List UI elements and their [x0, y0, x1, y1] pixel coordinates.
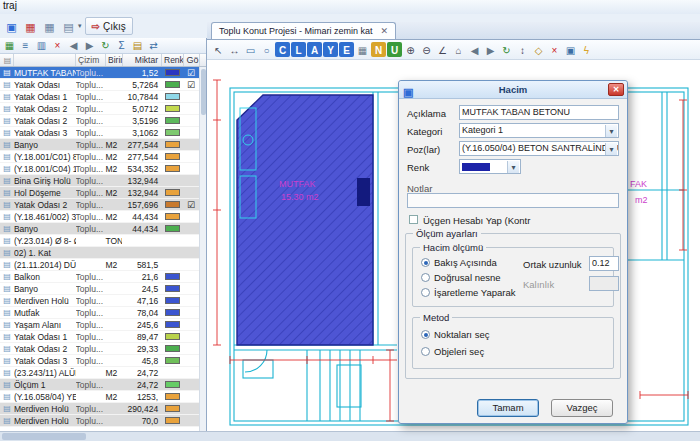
- row-visible-checkbox[interactable]: [183, 379, 199, 391]
- new-measurement-icon[interactable]: ▦: [2, 39, 17, 53]
- row-visible-checkbox[interactable]: [183, 187, 199, 199]
- row-visible-checkbox[interactable]: [183, 391, 199, 403]
- expand-icon[interactable]: ▶: [82, 39, 97, 53]
- poz-select[interactable]: (Y.16.050/04) BETON SANTRALİNDE ÜRETİLEN…: [459, 141, 619, 156]
- tab-drawing[interactable]: Toplu Konut Projesi - Mimari zemin kat ✕: [211, 22, 396, 39]
- columns-icon[interactable]: ▥: [34, 39, 49, 53]
- table-row[interactable]: ▤Yatak Odası 2Toplu...29,33: [0, 343, 199, 355]
- metod-radio[interactable]: Noktaları seç: [421, 329, 489, 340]
- row-visible-checkbox[interactable]: ☑: [183, 199, 199, 211]
- row-visible-checkbox[interactable]: [183, 103, 199, 115]
- table-vertical-scrollbar[interactable]: [199, 67, 206, 431]
- kategori-select[interactable]: Kategori 1: [459, 123, 619, 138]
- transfer-icon[interactable]: ⇄: [146, 39, 161, 53]
- header-go-col[interactable]: Gö: [184, 54, 200, 66]
- table-row[interactable]: ▤BanyoToplu...M2277,544: [0, 139, 199, 151]
- scrollbar-thumb[interactable]: [201, 69, 206, 115]
- table-row[interactable]: ▤Yatak Odası 3Toplu...3,1062: [0, 127, 199, 139]
- settings-icon[interactable]: ▣: [563, 42, 578, 57]
- table-row[interactable]: ▤BanyoToplu...24,5: [0, 283, 199, 295]
- next-view-icon[interactable]: ▶: [483, 42, 498, 57]
- collapse-icon[interactable]: ◀: [66, 39, 81, 53]
- ucgen-checkbox[interactable]: [409, 215, 418, 224]
- dialog-title-bar[interactable]: ▣ Hacim ✕: [399, 81, 627, 99]
- n-tool-icon[interactable]: N: [371, 42, 386, 57]
- table-row[interactable]: ▤Yatak OdasıToplu...5,7264☑: [0, 79, 199, 91]
- red-grid-icon[interactable]: ▦: [22, 18, 39, 34]
- table-row[interactable]: ▤(21.11.2014) DÜZ...M2581,5: [0, 259, 199, 271]
- layer-l-icon[interactable]: L: [291, 42, 306, 57]
- hacim-olcumu-radio[interactable]: İşaretleme Yaparak: [421, 287, 516, 298]
- table-row[interactable]: ▤BanyoToplu...44,434: [0, 223, 199, 235]
- row-visible-checkbox[interactable]: [183, 91, 199, 103]
- dialog-close-button[interactable]: ✕: [608, 83, 624, 96]
- row-visible-checkbox[interactable]: [183, 355, 199, 367]
- table-row[interactable]: ▤(Y.16.058/04) YENİ...M21253,: [0, 391, 199, 403]
- row-visible-checkbox[interactable]: [183, 259, 199, 271]
- prev-view-icon[interactable]: ◀: [467, 42, 482, 57]
- row-visible-checkbox[interactable]: [183, 163, 199, 175]
- angle-icon[interactable]: ∠: [435, 42, 450, 57]
- chart-menu-icon[interactable]: ▤: [60, 18, 77, 34]
- row-visible-checkbox[interactable]: [183, 283, 199, 295]
- zoom-out-icon[interactable]: ⊖: [419, 42, 434, 57]
- sum-icon[interactable]: Σ: [114, 39, 129, 53]
- delete-icon[interactable]: ×: [50, 39, 65, 53]
- header-cizim-col[interactable]: Çizim: [76, 54, 106, 66]
- row-visible-checkbox[interactable]: [183, 307, 199, 319]
- circle-tool-icon[interactable]: ○: [259, 42, 274, 57]
- table-row[interactable]: ▤Bina Giriş HolüToplu...132,944: [0, 175, 199, 187]
- table-row[interactable]: ▤MutfakToplu...78,04: [0, 307, 199, 319]
- row-visible-checkbox[interactable]: [183, 151, 199, 163]
- row-visible-checkbox[interactable]: [183, 271, 199, 283]
- copy-icon[interactable]: ▤: [130, 39, 145, 53]
- table-row[interactable]: ▤02) 1. Kat: [0, 247, 199, 259]
- row-visible-checkbox[interactable]: ☑: [183, 67, 199, 79]
- kitchen-region[interactable]: [237, 95, 373, 345]
- notlar-input[interactable]: [407, 193, 619, 208]
- header-birim-col[interactable]: Birim: [106, 54, 123, 66]
- row-visible-checkbox[interactable]: [183, 331, 199, 343]
- table-row[interactable]: ▤Merdiven HolüToplu...290,424: [0, 403, 199, 415]
- row-visible-checkbox[interactable]: ☑: [183, 79, 199, 91]
- table-row[interactable]: ▤Yatak Odası 1Toplu...10,7844: [0, 91, 199, 103]
- hacim-olcumu-radio[interactable]: Doğrusal nesne: [421, 272, 501, 283]
- bottom-scrollbar[interactable]: [0, 431, 700, 441]
- table-row[interactable]: ▤(Y.23.014) Ø 8- Ø...TON: [0, 235, 199, 247]
- list-view-icon[interactable]: ≡: [18, 39, 33, 53]
- vazgec-button[interactable]: Vazgeç: [551, 399, 613, 417]
- table-row[interactable]: ▤(Y.18.001/C01) 85...Toplu...M2277,544: [0, 151, 199, 163]
- table-row[interactable]: ▤Yatak Odası 1Toplu...89,47: [0, 331, 199, 343]
- row-visible-checkbox[interactable]: [183, 175, 199, 187]
- row-visible-checkbox[interactable]: [183, 211, 199, 223]
- layer-y-icon[interactable]: Y: [323, 42, 338, 57]
- rect-tool-icon[interactable]: ▭: [243, 42, 258, 57]
- zoom-in-icon[interactable]: ⊕: [403, 42, 418, 57]
- table-row[interactable]: ▤Yatak Odası 3Toplu...45,8: [0, 355, 199, 367]
- select-icon[interactable]: ↖: [211, 42, 226, 57]
- refresh-icon[interactable]: ↻: [98, 39, 113, 53]
- layer-a-icon[interactable]: A: [307, 42, 322, 57]
- row-visible-checkbox[interactable]: [183, 319, 199, 331]
- u-tool-icon[interactable]: U: [387, 42, 402, 57]
- close-tab-icon[interactable]: ✕: [381, 26, 389, 36]
- home-view-icon[interactable]: ⌂: [451, 42, 466, 57]
- measure-icon[interactable]: ↕: [515, 42, 530, 57]
- row-visible-checkbox[interactable]: [183, 403, 199, 415]
- lightning-icon[interactable]: ϟ: [579, 42, 594, 57]
- ortak-uzunluk-input[interactable]: 0.12: [589, 256, 619, 271]
- table-row[interactable]: ▤Yaşam AlanıToplu...245,6: [0, 319, 199, 331]
- table-row[interactable]: ▤Ölçüm 1Toplu...24,72: [0, 379, 199, 391]
- table-row[interactable]: ▤(23.243/11) ALÜM...M224,72: [0, 367, 199, 379]
- table-row[interactable]: ▤Merdiven HolüToplu...47,16: [0, 295, 199, 307]
- table-row[interactable]: ▤Merdiven HolüToplu...70,0: [0, 415, 199, 427]
- table-row[interactable]: ▤Yatak Odası 2Toplu...5,0712: [0, 103, 199, 115]
- table-row[interactable]: ▤BalkonToplu...21,6: [0, 271, 199, 283]
- row-visible-checkbox[interactable]: [183, 235, 199, 247]
- header-name-col[interactable]: [14, 54, 76, 66]
- refresh-view-icon[interactable]: ↻: [499, 42, 514, 57]
- exit-button[interactable]: ⇨ Çıkış: [85, 17, 133, 35]
- header-miktar-col[interactable]: Miktar: [123, 54, 162, 66]
- table-row[interactable]: ▤MUTFAK TABAN...Toplu...1,52☑: [0, 67, 199, 79]
- grid-icon[interactable]: ▦: [355, 42, 370, 57]
